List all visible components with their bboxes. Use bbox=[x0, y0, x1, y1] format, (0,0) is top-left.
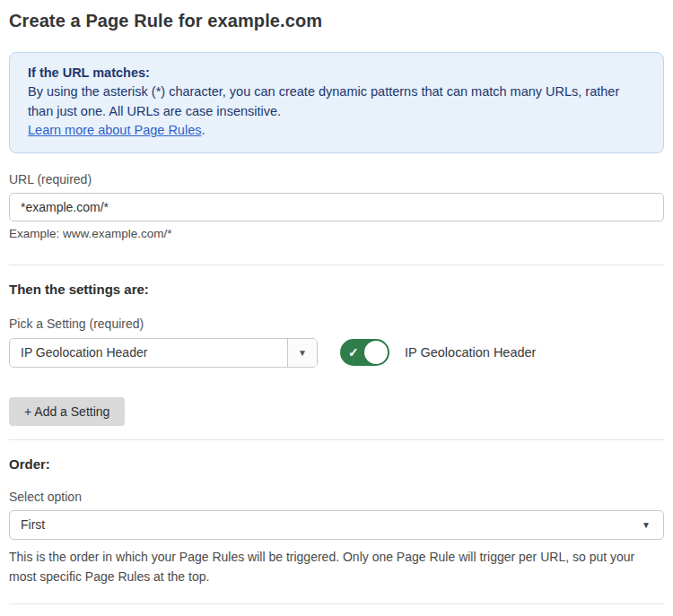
ip-geolocation-toggle[interactable]: ✓ bbox=[340, 339, 389, 366]
divider bbox=[9, 439, 664, 440]
setting-dropdown[interactable]: IP Geolocation Header ▼ bbox=[9, 338, 318, 368]
url-matches-info-box: If the URL matches: By using the asteris… bbox=[9, 52, 664, 153]
checkmark-icon: ✓ bbox=[348, 345, 359, 360]
link-period: . bbox=[201, 123, 205, 137]
page-rule-form: Create a Page Rule for example.com If th… bbox=[0, 0, 673, 616]
order-helper-text: This is the order in which your Page Rul… bbox=[9, 547, 657, 587]
setting-row: IP Geolocation Header ▼ ✓ IP Geolocation… bbox=[9, 338, 664, 368]
pick-setting-label: Pick a Setting (required) bbox=[9, 317, 664, 331]
url-example-helper: Example: www.example.com/* bbox=[9, 227, 664, 240]
caret-down-icon: ▼ bbox=[298, 348, 307, 358]
divider bbox=[9, 265, 664, 265]
order-select[interactable]: First ▼ bbox=[9, 510, 664, 540]
info-box-body: By using the asterisk (*) character, you… bbox=[28, 82, 645, 121]
info-box-heading: If the URL matches: bbox=[28, 64, 645, 82]
learn-more-link[interactable]: Learn more about Page Rules bbox=[28, 123, 201, 137]
divider bbox=[9, 603, 664, 604]
page-title: Create a Page Rule for example.com bbox=[9, 11, 664, 31]
dropdown-arrow-button[interactable]: ▼ bbox=[287, 339, 317, 367]
toggle-knob bbox=[364, 341, 388, 364]
select-option-label: Select option bbox=[9, 490, 664, 504]
setting-dropdown-value: IP Geolocation Header bbox=[10, 339, 287, 367]
info-box-link-line: Learn more about Page Rules. bbox=[28, 121, 645, 140]
url-input[interactable] bbox=[9, 193, 664, 221]
order-section-heading: Order: bbox=[9, 456, 664, 472]
caret-down-icon: ▼ bbox=[642, 520, 651, 530]
add-setting-button[interactable]: + Add a Setting bbox=[9, 397, 125, 426]
toggle-label: IP Geolocation Header bbox=[405, 345, 536, 360]
order-select-value: First bbox=[21, 517, 45, 532]
url-field-label: URL (required) bbox=[9, 172, 664, 187]
settings-section-heading: Then the settings are: bbox=[9, 282, 664, 297]
